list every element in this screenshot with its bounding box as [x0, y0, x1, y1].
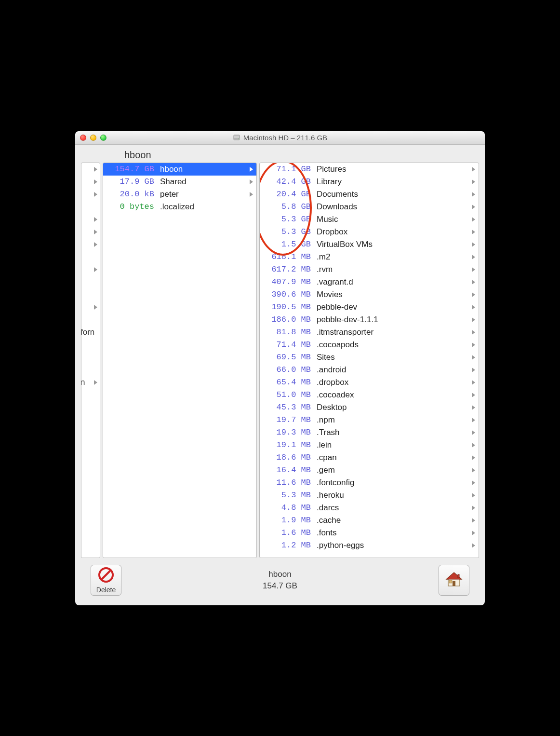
list-item[interactable]: 154.7 GBhboon: [103, 163, 256, 176]
item-name: .itmstransporter: [311, 327, 471, 337]
item-name: Desktop: [311, 403, 471, 412]
chevron-right-icon: [93, 267, 98, 273]
selection-info: hboon 154.7 GB: [263, 569, 297, 592]
list-item[interactable]: 18.6 MB.cpan: [260, 451, 479, 464]
list-item[interactable]: 5.3 GBMusic: [260, 213, 479, 226]
chevron-right-icon: [471, 467, 476, 473]
list-item[interactable]: 1.6 MB.fonts: [260, 527, 479, 539]
list-item[interactable]: 65.4 MB.dropbox: [260, 376, 479, 389]
list-item[interactable]: 20.0 kBpeter: [103, 188, 256, 201]
parent-column-row[interactable]: [81, 276, 100, 288]
list-item[interactable]: 51.0 MB.cocoadex: [260, 389, 479, 401]
svg-marker-42: [472, 505, 475, 510]
list-item[interactable]: 11.6 MB.fontconfig: [260, 477, 479, 489]
list-item[interactable]: 617.2 MB.rvm: [260, 263, 479, 276]
parent-column-row[interactable]: [81, 226, 100, 238]
parent-column-row[interactable]: [81, 288, 100, 301]
list-item[interactable]: 69.5 MBSites: [260, 351, 479, 364]
window-title: Macintosh HD – 211.6 GB: [75, 134, 485, 142]
list-item[interactable]: 1.2 MB.python-eggs: [260, 539, 479, 552]
parent-column-row[interactable]: [81, 238, 100, 251]
svg-marker-43: [472, 518, 475, 523]
parent-column-row[interactable]: [81, 213, 100, 226]
svg-marker-11: [94, 380, 97, 385]
item-size: 11.6 MB: [264, 478, 311, 487]
list-item[interactable]: 186.0 MBpebble-dev-1.1.1: [260, 313, 479, 326]
parent-column-row[interactable]: [81, 176, 100, 188]
item-name: Documents: [311, 190, 471, 199]
item-name: .cpan: [311, 453, 471, 463]
users-column[interactable]: 154.7 GBhboon17.9 GBShared20.0 kBpeter0 …: [103, 163, 257, 558]
parent-column-row[interactable]: [81, 301, 100, 313]
svg-marker-40: [472, 480, 475, 485]
chevron-right-icon: [93, 217, 98, 222]
contents-column[interactable]: 71.1 GBPictures42.4 GBLibrary20.4 GBDocu…: [259, 163, 479, 558]
list-item[interactable]: 4.8 MB.darcs: [260, 502, 479, 514]
parent-column-row[interactable]: [81, 313, 100, 326]
list-item[interactable]: 81.8 MB.itmstransporter: [260, 326, 479, 339]
list-item[interactable]: 19.3 MB.Trash: [260, 426, 479, 439]
list-item[interactable]: 42.4 GBLibrary: [260, 176, 479, 188]
delete-button[interactable]: Delete: [91, 565, 121, 596]
chevron-right-icon: [471, 367, 476, 373]
item-size: 69.5 MB: [264, 353, 311, 362]
list-item[interactable]: 618.1 MB.m2: [260, 251, 479, 263]
parent-column-row[interactable]: forn: [81, 326, 100, 339]
item-name: .m2: [311, 252, 471, 262]
svg-marker-6: [94, 217, 97, 222]
titlebar: Macintosh HD – 211.6 GB: [75, 131, 485, 145]
parent-column-row[interactable]: [81, 364, 100, 376]
item-size: 1.5 GB: [264, 240, 311, 249]
item-name: .cache: [311, 516, 471, 525]
zoom-button[interactable]: [100, 135, 107, 141]
svg-marker-32: [472, 380, 475, 385]
list-item[interactable]: 66.0 MB.android: [260, 364, 479, 376]
item-name: .heroku: [311, 491, 471, 500]
list-item[interactable]: 16.4 MB.gem: [260, 464, 479, 477]
item-name: Movies: [311, 290, 471, 300]
parent-column-row[interactable]: [81, 351, 100, 364]
list-item[interactable]: 71.1 GBPictures: [260, 163, 479, 176]
item-size: 617.2 MB: [264, 265, 311, 274]
chevron-right-icon: [93, 166, 98, 172]
chevron-right-icon: [93, 229, 98, 235]
item-size: 71.1 GB: [264, 164, 311, 174]
item-name: .npm: [311, 415, 471, 425]
list-item[interactable]: 1.9 MB.cache: [260, 514, 479, 527]
parent-column-row[interactable]: [81, 251, 100, 263]
minimize-button[interactable]: [90, 135, 96, 141]
parent-column-row[interactable]: [81, 201, 100, 213]
list-item[interactable]: 407.9 MB.vagrant.d: [260, 276, 479, 288]
parent-column-row[interactable]: [81, 339, 100, 351]
list-item[interactable]: 19.1 MB.lein: [260, 439, 479, 451]
list-item[interactable]: 5.3 GBDropbox: [260, 226, 479, 238]
list-item[interactable]: 0 bytes.localized: [103, 201, 256, 213]
list-item[interactable]: 45.3 MBDesktop: [260, 401, 479, 414]
list-item[interactable]: 17.9 GBShared: [103, 176, 256, 188]
item-size: 81.8 MB: [264, 327, 311, 337]
list-item[interactable]: 1.5 GBVirtualBox VMs: [260, 238, 479, 251]
svg-marker-23: [472, 267, 475, 272]
parent-column-row[interactable]: n: [81, 376, 100, 389]
parent-column-row[interactable]: [81, 163, 100, 176]
list-item[interactable]: 71.4 MB.cocoapods: [260, 339, 479, 351]
svg-marker-10: [94, 305, 97, 310]
parent-column[interactable]: fornn: [81, 163, 100, 558]
list-item[interactable]: 5.8 GBDownloads: [260, 201, 479, 213]
close-button[interactable]: [80, 135, 86, 141]
svg-marker-21: [472, 242, 475, 247]
parent-column-row[interactable]: [81, 188, 100, 201]
item-size: 5.3 GB: [264, 215, 311, 224]
svg-marker-13: [250, 179, 253, 184]
disk-icon: [233, 134, 240, 141]
parent-column-row[interactable]: [81, 263, 100, 276]
svg-marker-15: [472, 167, 475, 172]
chevron-right-icon: [471, 492, 476, 498]
list-item[interactable]: 20.4 GBDocuments: [260, 188, 479, 201]
item-size: 19.7 MB: [264, 415, 311, 424]
list-item[interactable]: 190.5 MBpebble-dev: [260, 301, 479, 313]
list-item[interactable]: 5.3 MB.heroku: [260, 489, 479, 502]
home-button[interactable]: [439, 565, 469, 596]
list-item[interactable]: 19.7 MB.npm: [260, 414, 479, 426]
list-item[interactable]: 390.6 MBMovies: [260, 288, 479, 301]
